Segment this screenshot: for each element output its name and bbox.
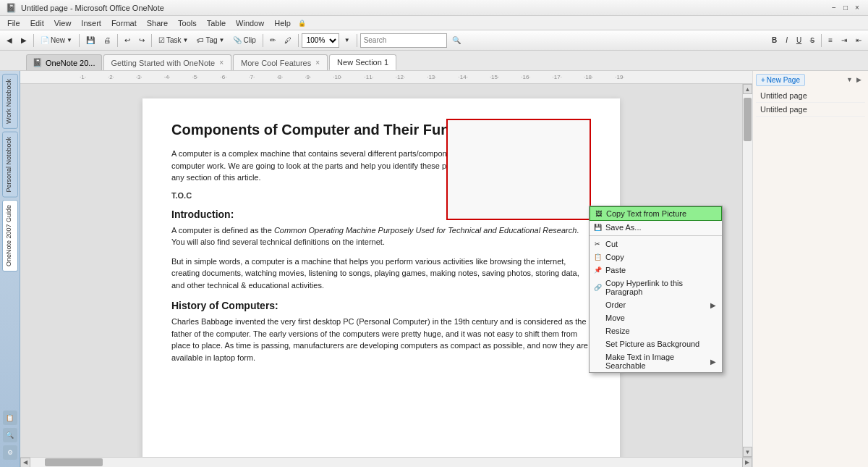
search-input[interactable] bbox=[360, 33, 447, 48]
close-button[interactable]: × bbox=[852, 3, 862, 13]
menu-help[interactable]: Help bbox=[270, 17, 295, 29]
intro-text-prefix: A computer is defined as the bbox=[171, 226, 274, 235]
ctx-copy-hyperlink[interactable]: 🔗 Copy Hyperlink to this Paragraph bbox=[590, 277, 722, 298]
outdent-button[interactable]: ⇤ bbox=[852, 34, 865, 46]
menu-view[interactable]: View bbox=[50, 17, 76, 29]
tag-icon: 🏷 bbox=[197, 36, 204, 44]
sidebar-icon-2[interactable]: 🔍 bbox=[3, 428, 17, 442]
menu-share[interactable]: Share bbox=[142, 17, 172, 29]
ctx-order-label: Order bbox=[605, 300, 626, 309]
tab-new-section[interactable]: New Section 1 bbox=[329, 54, 396, 70]
tab-cool-features[interactable]: More Cool Features × bbox=[233, 54, 328, 70]
scroll-track-h[interactable] bbox=[30, 458, 742, 467]
redo-button[interactable]: ↪ bbox=[135, 34, 148, 46]
new-page-label: New Page bbox=[767, 76, 800, 84]
notebook-personal[interactable]: Personal Notebook bbox=[2, 132, 18, 198]
clip-button[interactable]: 📎 Clip bbox=[229, 34, 259, 46]
pen-button[interactable]: ✏ bbox=[266, 34, 279, 46]
ctx-copy-text-label: Copy Text from Picture bbox=[606, 209, 686, 218]
tab-getting-started[interactable]: Getting Started with OneNote × bbox=[103, 54, 232, 70]
highlight-button[interactable]: 🖊 bbox=[281, 34, 295, 46]
ctx-paste[interactable]: 📌 Paste bbox=[590, 264, 722, 277]
ctx-make-searchable[interactable]: Make Text in Image Searchable ▶ bbox=[590, 350, 722, 372]
back-button[interactable]: ◀ bbox=[3, 34, 16, 46]
task-dropdown: ▼ bbox=[183, 37, 189, 43]
task-icon: ☑ bbox=[158, 36, 165, 44]
content-area: ·1· ·2· ·3· ·4· ·5· ·6· ·7· ·8· ·9· ·10·… bbox=[20, 71, 752, 467]
scroll-down-button[interactable]: ▼ bbox=[743, 447, 752, 457]
scroll-thumb-h[interactable] bbox=[45, 458, 103, 466]
ctx-copy-label: Copy bbox=[605, 253, 624, 261]
intro-text-italic: Common Operating Machine Purposely Used … bbox=[274, 226, 576, 235]
strikethrough-button[interactable]: S̶ bbox=[807, 34, 818, 46]
scroll-up-button[interactable]: ▲ bbox=[743, 84, 752, 94]
notebook-guide[interactable]: OneNote 2007 Guide bbox=[2, 200, 18, 272]
menu-file[interactable]: File bbox=[3, 17, 25, 29]
notebook-work[interactable]: Work Notebook bbox=[2, 74, 18, 129]
align-left-button[interactable]: ≡ bbox=[825, 34, 836, 46]
ctx-move[interactable]: Move bbox=[590, 311, 722, 324]
search-submit-button[interactable]: 🔍 bbox=[448, 34, 464, 46]
main-layout: Work Notebook Personal Notebook OneNote … bbox=[0, 71, 868, 467]
save-button[interactable]: 💾 bbox=[82, 34, 98, 46]
ctx-order[interactable]: Order ▶ bbox=[590, 298, 722, 311]
clip-icon: 📎 bbox=[233, 36, 242, 44]
menu-table[interactable]: Table bbox=[203, 17, 230, 29]
page-item-1[interactable]: Untitled page bbox=[756, 89, 865, 103]
ctx-sep-1 bbox=[590, 235, 722, 236]
ruler-content: ·1· ·2· ·3· ·4· ·5· ·6· ·7· ·8· ·9· ·10·… bbox=[80, 74, 625, 80]
scroll-left-button[interactable]: ◀ bbox=[20, 458, 30, 468]
ctx-copy-icon: 📋 bbox=[592, 252, 603, 262]
panel-collapse-button[interactable]: ▼ bbox=[846, 76, 855, 85]
new-page-icon: + bbox=[761, 76, 765, 84]
page-item-2[interactable]: Untitled page bbox=[756, 103, 865, 117]
ctx-cut[interactable]: ✂ Cut bbox=[590, 237, 722, 251]
menu-format[interactable]: Format bbox=[107, 17, 141, 29]
page-area: Components of Computer and Their Functio… bbox=[20, 84, 752, 457]
scroll-track-v[interactable] bbox=[743, 94, 752, 447]
title-bar-controls: − □ × bbox=[829, 3, 862, 13]
tab-close-getting-started[interactable]: × bbox=[219, 59, 224, 67]
menu-tools[interactable]: Tools bbox=[174, 17, 201, 29]
forward-button[interactable]: ▶ bbox=[17, 34, 30, 46]
ctx-set-background[interactable]: Set Picture as Background bbox=[590, 337, 722, 350]
font-underline-button[interactable]: U bbox=[793, 34, 805, 46]
menu-insert[interactable]: Insert bbox=[77, 17, 106, 29]
zoom-dropdown[interactable]: ▼ bbox=[341, 35, 354, 46]
horizontal-scrollbar[interactable]: ◀ ▶ bbox=[20, 457, 752, 467]
image-placeholder[interactable] bbox=[446, 119, 591, 220]
ctx-save-as[interactable]: 💾 Save As... bbox=[590, 221, 722, 234]
task-button[interactable]: ☑ Task ▼ bbox=[155, 34, 192, 46]
new-button[interactable]: 📄 New ▼ bbox=[37, 34, 76, 46]
indent-button[interactable]: ⇥ bbox=[838, 34, 851, 46]
ctx-cut-label: Cut bbox=[605, 240, 618, 248]
notebook-button[interactable]: 📓 OneNote 20... bbox=[26, 54, 102, 70]
scroll-right-button[interactable]: ▶ bbox=[742, 458, 752, 468]
toolbar-sep-7 bbox=[357, 34, 357, 47]
panel-expand-button[interactable]: ▶ bbox=[856, 76, 865, 85]
new-page-button[interactable]: + New Page bbox=[756, 74, 805, 86]
notebook-icon: 📓 bbox=[33, 58, 43, 67]
ctx-save-as-icon: 💾 bbox=[592, 222, 603, 232]
sidebar-icon-3[interactable]: ⚙ bbox=[3, 445, 17, 460]
vertical-scrollbar[interactable]: ▲ ▼ bbox=[742, 84, 752, 457]
ctx-resize[interactable]: Resize bbox=[590, 324, 722, 337]
menu-edit[interactable]: Edit bbox=[26, 17, 48, 29]
font-italic-button[interactable]: I bbox=[782, 34, 791, 46]
undo-button[interactable]: ↩ bbox=[121, 34, 134, 46]
tab-bar: 📓 OneNote 20... Getting Started with One… bbox=[0, 51, 868, 71]
print-button[interactable]: 🖨 bbox=[100, 34, 114, 46]
tab-close-cool-features[interactable]: × bbox=[315, 59, 320, 67]
maximize-button[interactable]: □ bbox=[841, 3, 851, 13]
zoom-select[interactable]: 100% 75% 150% bbox=[302, 33, 339, 48]
ctx-copy[interactable]: 📋 Copy bbox=[590, 251, 722, 264]
scroll-thumb-v[interactable] bbox=[744, 98, 752, 141]
menu-window[interactable]: Window bbox=[231, 17, 268, 29]
minimize-button[interactable]: − bbox=[829, 3, 839, 13]
font-bold-button[interactable]: B bbox=[768, 34, 780, 46]
history-heading: History of Computers: bbox=[171, 300, 591, 311]
sidebar-icon-1[interactable]: 📋 bbox=[3, 411, 17, 425]
ctx-copy-text[interactable]: 🖼 Copy Text from Picture bbox=[590, 206, 722, 221]
tag-button[interactable]: 🏷 Tag ▼ bbox=[193, 34, 228, 46]
toolbar-sep-6 bbox=[298, 34, 299, 47]
